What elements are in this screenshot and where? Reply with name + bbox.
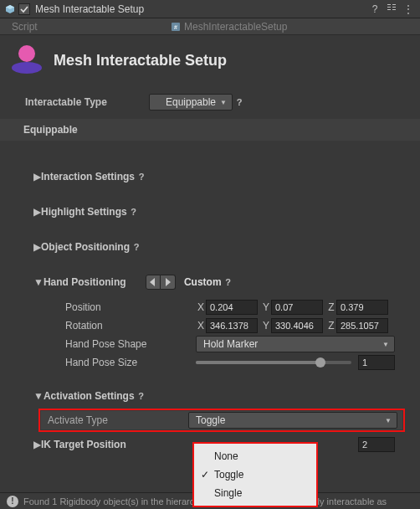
- help-icon[interactable]: ?: [135, 389, 148, 403]
- help-icon[interactable]: ?: [222, 275, 235, 289]
- enabled-checkbox[interactable]: [18, 3, 30, 15]
- interactable-type-label: Interactable Type: [25, 96, 149, 108]
- chevron-down-icon: ▼: [33, 276, 44, 288]
- script-label: Script: [12, 21, 171, 33]
- hero-title: Mesh Interactable Setup: [54, 52, 227, 69]
- chevron-right-icon: ▶: [33, 241, 41, 253]
- help-icon[interactable]: ?: [135, 170, 148, 183]
- interactable-type-row: Interactable Type Equippable▼ ?: [0, 90, 420, 114]
- svg-marker-10: [150, 278, 155, 286]
- highlight-settings-foldout[interactable]: ▶ Highlight Settings ?: [0, 201, 410, 223]
- chevron-right-icon: ▶: [33, 206, 41, 218]
- hand-pose-size-value[interactable]: [358, 355, 395, 370]
- popup-option-none[interactable]: None: [194, 447, 316, 465]
- svg-rect-7: [392, 9, 396, 10]
- position-label: Position: [65, 301, 196, 313]
- ik-target-count[interactable]: [358, 437, 395, 452]
- popup-option-single[interactable]: Single: [194, 484, 316, 502]
- mesh-interactable-icon: [10, 44, 44, 77]
- help-icon[interactable]: ?: [127, 205, 141, 219]
- hand-pose-shape-dropdown[interactable]: Hold Marker▼: [196, 336, 395, 352]
- hand-positioning-stepper[interactable]: [146, 275, 176, 290]
- interactable-type-dropdown[interactable]: Equippable▼: [149, 94, 233, 111]
- svg-rect-2: [387, 4, 391, 5]
- help-icon[interactable]: ?: [233, 95, 246, 109]
- rotation-row: Rotation X Y Z: [0, 316, 410, 335]
- help-icon[interactable]: ?: [130, 240, 143, 254]
- svg-rect-6: [392, 7, 396, 8]
- rotation-z-input[interactable]: [336, 318, 388, 333]
- context-menu-icon[interactable]: ⋮: [402, 3, 415, 15]
- position-x-input[interactable]: [206, 300, 258, 315]
- hand-pose-shape-row: Hand Pose Shape Hold Marker▼: [0, 335, 410, 353]
- position-row: Position X Y Z: [0, 298, 410, 316]
- chevron-down-icon: ▼: [33, 390, 44, 402]
- hand-positioning-mode: Custom: [184, 276, 222, 288]
- activate-type-label: Activate Type: [41, 414, 188, 426]
- rotation-y-input[interactable]: [271, 318, 323, 333]
- svg-text:#: #: [174, 24, 177, 30]
- hero-row: Mesh Interactable Setup: [0, 35, 420, 90]
- position-y-input[interactable]: [271, 300, 323, 315]
- interaction-settings-foldout[interactable]: ▶ Interaction Settings ?: [0, 166, 410, 188]
- chevron-down-icon: ▼: [382, 341, 389, 348]
- hand-pose-size-row: Hand Pose Size: [0, 353, 410, 372]
- popup-option-toggle[interactable]: Toggle: [194, 465, 316, 484]
- stepper-prev[interactable]: [146, 275, 161, 290]
- position-z-input[interactable]: [336, 300, 388, 315]
- script-value: MeshInteractableSetup: [184, 21, 287, 33]
- component-icon: [5, 4, 15, 14]
- component-title: Mesh Interactable Setup: [35, 3, 365, 15]
- chevron-right-icon: ▶: [33, 171, 41, 183]
- svg-rect-4: [387, 9, 391, 10]
- svg-rect-5: [392, 4, 396, 5]
- stepper-next[interactable]: [161, 275, 176, 290]
- rotation-x-input[interactable]: [206, 318, 258, 333]
- script-asset-icon: #: [171, 22, 181, 32]
- warning-icon: !: [7, 496, 18, 507]
- script-field-row: Script # MeshInteractableSetup: [0, 18, 420, 35]
- equippable-header: Equippable: [0, 119, 420, 141]
- activation-settings-foldout[interactable]: ▼ Activation Settings ?: [0, 385, 410, 407]
- chevron-right-icon: ▶: [33, 439, 41, 450]
- svg-rect-3: [387, 7, 391, 8]
- component-header: Mesh Interactable Setup ? ⋮: [0, 0, 420, 18]
- help-reference-icon[interactable]: ?: [368, 3, 382, 15]
- chevron-down-icon: ▼: [385, 417, 392, 424]
- hand-pose-shape-label: Hand Pose Shape: [65, 338, 196, 350]
- hand-pose-size-label: Hand Pose Size: [65, 357, 196, 368]
- rotation-label: Rotation: [65, 320, 196, 332]
- activate-type-popup: None Toggle Single: [192, 442, 318, 507]
- svg-marker-11: [166, 278, 171, 286]
- hand-positioning-foldout[interactable]: ▼ Hand Positioning Custom ?: [0, 271, 410, 293]
- hand-pose-size-slider[interactable]: [196, 361, 351, 364]
- presets-icon[interactable]: [385, 3, 398, 15]
- activate-type-highlight: Activate Type Toggle▼: [38, 409, 405, 432]
- object-positioning-foldout[interactable]: ▶ Object Positioning ?: [0, 236, 410, 258]
- chevron-down-icon: ▼: [220, 99, 227, 106]
- activate-type-dropdown[interactable]: Toggle▼: [188, 412, 397, 429]
